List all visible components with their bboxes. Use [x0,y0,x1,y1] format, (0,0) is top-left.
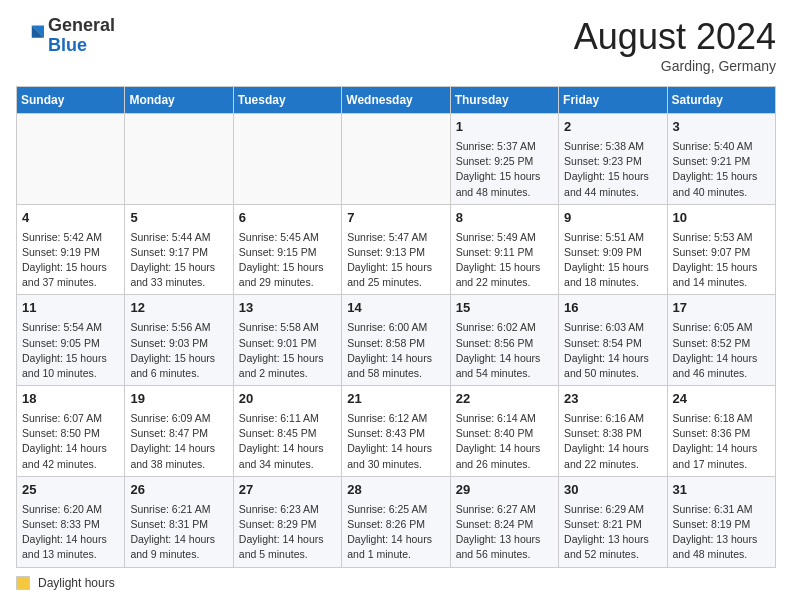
logo-text: General Blue [48,16,115,56]
day-number: 6 [239,209,336,228]
cell-info: Daylight: 15 hours [22,260,119,275]
cell-info: and 18 minutes. [564,275,661,290]
week-row-3: 11Sunrise: 5:54 AMSunset: 9:05 PMDayligh… [17,295,776,386]
calendar-cell [17,114,125,205]
cell-info: Sunrise: 6:25 AM [347,502,444,517]
cell-info: Sunset: 9:01 PM [239,336,336,351]
cell-info: Sunset: 8:38 PM [564,426,661,441]
cell-info: and 50 minutes. [564,366,661,381]
cell-info: Sunrise: 6:20 AM [22,502,119,517]
day-number: 20 [239,390,336,409]
calendar-table: SundayMondayTuesdayWednesdayThursdayFrid… [16,86,776,568]
cell-info: Daylight: 14 hours [456,441,553,456]
cell-info: Sunrise: 5:58 AM [239,320,336,335]
calendar-cell: 9Sunrise: 5:51 AMSunset: 9:09 PMDaylight… [559,204,667,295]
calendar-cell: 6Sunrise: 5:45 AMSunset: 9:15 PMDaylight… [233,204,341,295]
cell-info: Daylight: 13 hours [564,532,661,547]
cell-info: Sunset: 9:25 PM [456,154,553,169]
cell-info: Sunrise: 5:51 AM [564,230,661,245]
cell-info: and 46 minutes. [673,366,770,381]
cell-info: Sunset: 8:56 PM [456,336,553,351]
day-number: 8 [456,209,553,228]
cell-info: Sunset: 9:05 PM [22,336,119,351]
calendar-cell: 27Sunrise: 6:23 AMSunset: 8:29 PMDayligh… [233,476,341,567]
cell-info: Daylight: 14 hours [564,441,661,456]
day-number: 22 [456,390,553,409]
cell-info: and 40 minutes. [673,185,770,200]
cell-info: Sunrise: 6:27 AM [456,502,553,517]
calendar-cell [233,114,341,205]
footer: Daylight hours [16,576,776,590]
cell-info: and 9 minutes. [130,547,227,562]
day-number: 17 [673,299,770,318]
logo: General Blue [16,16,115,56]
week-row-4: 18Sunrise: 6:07 AMSunset: 8:50 PMDayligh… [17,386,776,477]
cell-info: and 13 minutes. [22,547,119,562]
calendar-cell: 12Sunrise: 5:56 AMSunset: 9:03 PMDayligh… [125,295,233,386]
cell-info: Daylight: 14 hours [347,532,444,547]
cell-info: and 22 minutes. [564,457,661,472]
cell-info: Sunset: 9:07 PM [673,245,770,260]
day-number: 11 [22,299,119,318]
cell-info: Sunrise: 5:53 AM [673,230,770,245]
calendar-cell: 5Sunrise: 5:44 AMSunset: 9:17 PMDaylight… [125,204,233,295]
cell-info: Sunrise: 6:29 AM [564,502,661,517]
cell-info: Daylight: 15 hours [130,260,227,275]
day-number: 31 [673,481,770,500]
day-number: 13 [239,299,336,318]
cell-info: Daylight: 14 hours [130,441,227,456]
cell-info: Sunrise: 6:31 AM [673,502,770,517]
week-row-5: 25Sunrise: 6:20 AMSunset: 8:33 PMDayligh… [17,476,776,567]
cell-info: Daylight: 14 hours [347,441,444,456]
day-header-saturday: Saturday [667,87,775,114]
day-number: 2 [564,118,661,137]
cell-info: Sunset: 9:13 PM [347,245,444,260]
cell-info: Daylight: 15 hours [456,169,553,184]
cell-info: Sunset: 9:09 PM [564,245,661,260]
cell-info: Sunset: 9:17 PM [130,245,227,260]
cell-info: Daylight: 14 hours [239,532,336,547]
day-number: 26 [130,481,227,500]
cell-info: Sunrise: 5:37 AM [456,139,553,154]
cell-info: Daylight: 15 hours [22,351,119,366]
cell-info: Sunrise: 5:54 AM [22,320,119,335]
cell-info: Sunset: 8:52 PM [673,336,770,351]
cell-info: Sunrise: 6:03 AM [564,320,661,335]
day-number: 19 [130,390,227,409]
cell-info: Sunset: 8:47 PM [130,426,227,441]
cell-info: Sunset: 9:19 PM [22,245,119,260]
calendar-cell: 1Sunrise: 5:37 AMSunset: 9:25 PMDaylight… [450,114,558,205]
calendar-cell: 24Sunrise: 6:18 AMSunset: 8:36 PMDayligh… [667,386,775,477]
day-header-friday: Friday [559,87,667,114]
cell-info: and 58 minutes. [347,366,444,381]
day-number: 4 [22,209,119,228]
cell-info: Sunrise: 6:05 AM [673,320,770,335]
cell-info: Sunrise: 5:38 AM [564,139,661,154]
day-number: 14 [347,299,444,318]
cell-info: Sunrise: 6:02 AM [456,320,553,335]
cell-info: Sunrise: 6:23 AM [239,502,336,517]
cell-info: Daylight: 15 hours [130,351,227,366]
calendar-cell: 20Sunrise: 6:11 AMSunset: 8:45 PMDayligh… [233,386,341,477]
cell-info: Sunrise: 5:42 AM [22,230,119,245]
week-row-1: 1Sunrise: 5:37 AMSunset: 9:25 PMDaylight… [17,114,776,205]
title-area: August 2024 Garding, Germany [574,16,776,74]
day-number: 30 [564,481,661,500]
cell-info: Sunset: 8:45 PM [239,426,336,441]
cell-info: and 22 minutes. [456,275,553,290]
cell-info: Sunrise: 5:49 AM [456,230,553,245]
day-number: 1 [456,118,553,137]
cell-info: Sunrise: 6:11 AM [239,411,336,426]
cell-info: and 29 minutes. [239,275,336,290]
cell-info: Sunset: 8:19 PM [673,517,770,532]
cell-info: Sunset: 9:03 PM [130,336,227,351]
logo-general-text: General [48,16,115,36]
daylight-label: Daylight hours [38,576,115,590]
day-number: 29 [456,481,553,500]
calendar-cell: 18Sunrise: 6:07 AMSunset: 8:50 PMDayligh… [17,386,125,477]
calendar-cell: 7Sunrise: 5:47 AMSunset: 9:13 PMDaylight… [342,204,450,295]
day-number: 18 [22,390,119,409]
cell-info: Sunset: 9:11 PM [456,245,553,260]
calendar-cell: 14Sunrise: 6:00 AMSunset: 8:58 PMDayligh… [342,295,450,386]
calendar-cell: 28Sunrise: 6:25 AMSunset: 8:26 PMDayligh… [342,476,450,567]
